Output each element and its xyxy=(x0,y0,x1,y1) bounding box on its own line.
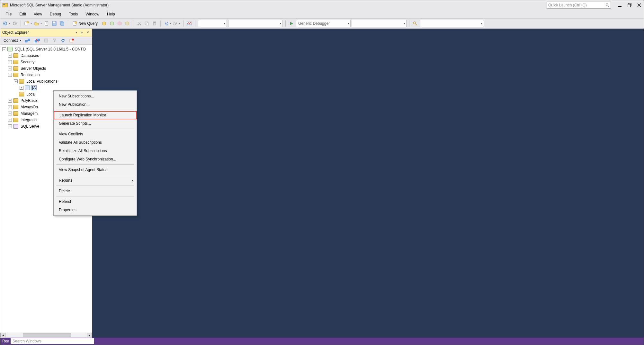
redo-button[interactable] xyxy=(173,20,181,27)
find-combo[interactable] xyxy=(420,20,484,27)
folder-icon xyxy=(19,92,24,96)
db-engine-query-button[interactable] xyxy=(101,20,107,27)
tree-server-objects[interactable]: +Server Objects xyxy=(8,65,91,72)
cmi-reinitialize-all-subscriptions[interactable]: Reinitialize All Subscriptions xyxy=(54,147,137,155)
nav-forward-button[interactable] xyxy=(12,20,18,27)
new-query-icon xyxy=(73,21,77,26)
expand-icon[interactable]: + xyxy=(20,86,23,90)
paste-button[interactable] xyxy=(151,20,158,27)
menu-help[interactable]: Help xyxy=(103,11,119,18)
cmi-view-conflicts[interactable]: View Conflicts xyxy=(54,130,137,138)
cmi-new-subscriptions[interactable]: New Subscriptions... xyxy=(54,92,137,100)
cmi-generate-scripts[interactable]: Generate Scripts... xyxy=(54,119,137,128)
copy-button[interactable] xyxy=(144,20,150,27)
undo-button[interactable] xyxy=(163,20,171,27)
object-explorer-hscroll[interactable]: ◂ ▸ xyxy=(0,332,92,338)
status-ready: Rea xyxy=(2,339,9,343)
menu-debug[interactable]: Debug xyxy=(46,11,65,18)
collapse-icon[interactable]: − xyxy=(8,73,12,77)
quick-launch-input[interactable]: Quick Launch (Ctrl+Q) xyxy=(547,2,611,9)
svg-point-10 xyxy=(13,22,16,25)
expand-icon[interactable]: + xyxy=(8,118,12,122)
xmla-query-button[interactable] xyxy=(124,20,130,27)
disconnect-button[interactable] xyxy=(33,37,41,44)
solution-platform-combo[interactable] xyxy=(228,20,283,27)
folder-icon xyxy=(13,111,18,116)
stop-button[interactable] xyxy=(43,37,49,44)
cmi-view-snapshot-agent-status[interactable]: View Snapshot Agent Status xyxy=(54,166,137,174)
expand-icon[interactable]: + xyxy=(8,99,12,103)
debug-start-button[interactable] xyxy=(288,20,295,27)
new-project-button[interactable] xyxy=(23,20,32,27)
main-toolbar: + New Query Generic Debugger xyxy=(0,18,644,29)
expand-icon[interactable]: + xyxy=(8,54,12,58)
tree-replication[interactable]: −Replication xyxy=(8,72,91,78)
cmi-properties[interactable]: Properties xyxy=(54,206,137,214)
tree-local-publications[interactable]: −Local Publications xyxy=(14,78,91,85)
new-query-button[interactable]: New Query xyxy=(71,20,100,27)
debugger-combo[interactable]: Generic Debugger xyxy=(296,20,351,27)
tree-databases[interactable]: +Databases xyxy=(8,52,91,59)
collapse-icon[interactable]: − xyxy=(14,79,18,83)
cmi-launch-replication-monitor[interactable]: Launch Replication Monitor xyxy=(54,111,137,119)
scroll-left-button[interactable]: ◂ xyxy=(0,333,5,337)
expand-icon[interactable]: + xyxy=(8,67,12,70)
expand-icon[interactable]: + xyxy=(8,105,12,109)
window-title: Microsoft SQL Server Management Studio (… xyxy=(10,3,109,7)
restore-button[interactable] xyxy=(627,3,632,8)
solution-config-combo[interactable] xyxy=(198,20,227,27)
cmi-validate-all-subscriptions[interactable]: Validate All Subscriptions xyxy=(54,138,137,147)
search-icon xyxy=(605,3,609,7)
filter-button[interactable] xyxy=(51,37,58,44)
expand-icon[interactable]: + xyxy=(8,60,12,64)
cmi-configure-web-sync[interactable]: Configure Web Synchronization... xyxy=(54,155,137,163)
nav-back-button[interactable] xyxy=(2,20,10,27)
menu-window[interactable]: Window xyxy=(82,11,103,18)
mdx-query-button[interactable] xyxy=(109,20,115,27)
panel-close-button[interactable]: ✕ xyxy=(85,30,90,35)
expand-icon[interactable]: + xyxy=(8,124,12,128)
connect-oe-button[interactable] xyxy=(24,37,31,44)
close-button[interactable] xyxy=(637,3,642,8)
svg-rect-40 xyxy=(35,40,37,42)
menu-edit[interactable]: Edit xyxy=(15,11,30,18)
context-menu-separator xyxy=(56,196,134,196)
add-file-button[interactable]: + xyxy=(43,20,50,27)
cmi-reports[interactable]: Reports▸ xyxy=(54,176,137,185)
refresh-button[interactable] xyxy=(60,37,66,44)
debug-target-combo[interactable] xyxy=(352,20,407,27)
menu-file[interactable]: File xyxy=(2,11,15,18)
svg-point-20 xyxy=(75,22,77,23)
menu-tools[interactable]: Tools xyxy=(65,11,82,18)
cmi-refresh[interactable]: Refresh xyxy=(54,197,137,206)
panel-options-button[interactable]: ▾ xyxy=(74,30,78,35)
panel-pin-button[interactable] xyxy=(80,30,84,35)
cmi-delete[interactable]: Delete xyxy=(54,187,137,195)
open-file-button[interactable] xyxy=(33,20,42,27)
connect-button[interactable]: Connect xyxy=(2,37,22,44)
minimize-button[interactable] xyxy=(617,3,622,8)
save-all-button[interactable] xyxy=(59,20,65,27)
menu-view[interactable]: View xyxy=(30,11,46,18)
dmx-query-button[interactable] xyxy=(116,20,123,27)
svg-text:+: + xyxy=(46,21,48,25)
window-buttons xyxy=(617,3,642,8)
cmi-new-publication[interactable]: New Publication... xyxy=(54,100,137,109)
folder-icon xyxy=(13,73,18,77)
svg-line-3 xyxy=(608,6,609,7)
cut-button[interactable] xyxy=(136,20,142,27)
expand-icon[interactable]: + xyxy=(8,112,12,115)
scroll-right-button[interactable]: ▸ xyxy=(87,333,92,337)
tree-publication-selected[interactable]: +[A xyxy=(20,85,91,91)
oe-settings-button xyxy=(68,37,75,44)
save-button[interactable] xyxy=(51,20,58,27)
activity-monitor-button[interactable] xyxy=(186,20,192,27)
svg-rect-38 xyxy=(28,39,30,41)
tree-server-node[interactable]: − SQL1 (SQL Server 13.0.1601.5 - CONTO xyxy=(2,46,91,52)
context-menu-separator xyxy=(56,175,134,175)
collapse-icon[interactable]: − xyxy=(2,47,6,51)
find-button[interactable] xyxy=(412,20,418,27)
taskbar-search-input[interactable]: Search Windows xyxy=(11,338,94,344)
tree-security[interactable]: +Security xyxy=(8,59,91,65)
scroll-thumb[interactable] xyxy=(23,333,71,337)
